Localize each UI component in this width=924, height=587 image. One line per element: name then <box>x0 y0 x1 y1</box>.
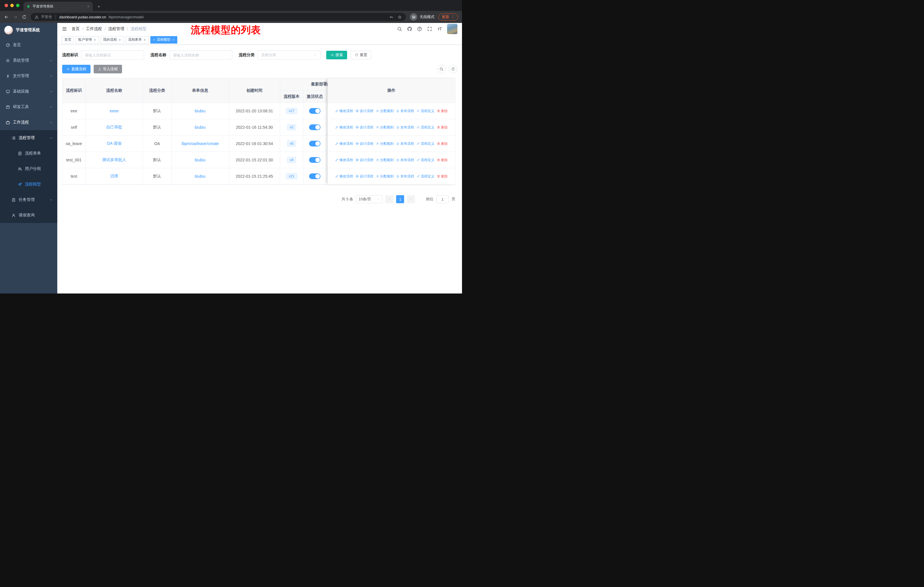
sidebar-item-payment-management[interactable]: 支付管理 <box>0 68 57 84</box>
breadcrumb-process-management[interactable]: 流程管理 <box>108 26 124 31</box>
browser-tab[interactable]: 芋道管理系统 <box>23 2 93 11</box>
process-definition-link[interactable]: 流程定义 <box>416 158 434 162</box>
refresh-table-button[interactable] <box>449 65 457 73</box>
process-name-link[interactable]: eeee <box>110 109 119 113</box>
publish-process-link[interactable]: 发布流程 <box>396 141 414 146</box>
fullscreen-icon[interactable] <box>427 26 432 31</box>
process-name-link[interactable]: 滔博 <box>110 174 118 179</box>
design-process-link[interactable]: 设计流程 <box>355 158 373 162</box>
hamburger-icon[interactable] <box>62 26 67 31</box>
delete-link[interactable]: 删除 <box>437 125 448 130</box>
form-info-link[interactable]: /bpm/oa/leave/create <box>181 141 219 146</box>
publish-process-link[interactable]: 发布流程 <box>396 158 414 162</box>
active-toggle[interactable] <box>309 124 320 130</box>
process-definition-link[interactable]: 流程定义 <box>416 125 434 130</box>
sidebar-item-user-group[interactable]: 用户分组 <box>0 161 57 177</box>
bookmark-star-icon[interactable] <box>398 15 402 19</box>
new-tab-button[interactable] <box>97 5 101 8</box>
reload-button[interactable] <box>22 15 26 20</box>
user-avatar[interactable] <box>447 24 457 34</box>
tag-process-model[interactable]: 流程模型 <box>150 36 177 43</box>
sidebar-item-system-management[interactable]: 系统管理 <box>0 53 57 68</box>
publish-process-link[interactable]: 发布流程 <box>396 109 414 114</box>
version-badge[interactable]: v4 <box>287 157 297 163</box>
delete-link[interactable]: 删除 <box>437 174 448 179</box>
modify-process-link[interactable]: 修改流程 <box>335 158 353 162</box>
password-key-icon[interactable] <box>389 15 394 19</box>
process-name-link[interactable]: 测试多审批人 <box>102 157 126 162</box>
sidebar-item-leave-query[interactable]: 请假查询 <box>0 208 57 223</box>
tag-my-process[interactable]: 我的流程 <box>101 36 124 43</box>
breadcrumb-workflow[interactable]: 工作流程 <box>86 26 102 31</box>
sidebar-item-process-model[interactable]: 流程模型 <box>0 177 57 192</box>
help-icon[interactable] <box>417 26 422 31</box>
page-1-button[interactable]: 1 <box>396 195 404 203</box>
breadcrumb-home[interactable]: 首页 <box>72 26 80 31</box>
form-info-link[interactable]: biubiu <box>195 158 205 162</box>
sidebar-logo[interactable]: 芋道管理系统 <box>0 23 57 37</box>
assign-rule-link[interactable]: 分配规则 <box>376 174 394 179</box>
modify-process-link[interactable]: 修改流程 <box>335 125 353 130</box>
forward-button[interactable] <box>13 15 18 20</box>
active-toggle[interactable] <box>309 141 320 147</box>
active-toggle[interactable] <box>309 174 320 179</box>
tag-process-form[interactable]: 流程表单 <box>125 36 148 43</box>
close-icon[interactable] <box>118 38 121 41</box>
sidebar-item-process-form[interactable]: 流程表单 <box>0 146 57 161</box>
form-info-link[interactable]: biubiu <box>195 125 205 129</box>
assign-rule-link[interactable]: 分配规则 <box>376 158 394 162</box>
back-button[interactable] <box>4 15 9 20</box>
sidebar-item-process-management[interactable]: 流程管理 <box>0 130 57 146</box>
create-process-button[interactable]: 新建流程 <box>62 65 91 73</box>
process-definition-link[interactable]: 流程定义 <box>416 141 434 146</box>
version-badge[interactable]: v5 <box>287 141 297 147</box>
sidebar-item-home[interactable]: 首页 <box>0 37 57 53</box>
design-process-link[interactable]: 设计流程 <box>355 125 373 130</box>
close-icon[interactable] <box>93 38 96 41</box>
process-definition-link[interactable]: 流程定义 <box>416 109 434 114</box>
modify-process-link[interactable]: 修改流程 <box>335 141 353 146</box>
search-icon[interactable] <box>397 26 402 31</box>
version-badge[interactable]: v21 <box>286 173 297 179</box>
process-name-link[interactable]: 自己审批 <box>106 125 122 130</box>
minimize-window-button[interactable] <box>10 4 14 7</box>
close-icon[interactable] <box>143 38 146 41</box>
modify-process-link[interactable]: 修改流程 <box>335 109 353 114</box>
design-process-link[interactable]: 设计流程 <box>355 174 373 179</box>
maximize-window-button[interactable] <box>16 4 20 7</box>
goto-page-input[interactable] <box>436 195 449 203</box>
category-select[interactable]: 流程分类 <box>257 50 320 60</box>
active-toggle[interactable] <box>309 108 320 114</box>
assign-rule-link[interactable]: 分配规则 <box>376 125 394 130</box>
tag-tenant-management[interactable]: 租户管理 <box>76 36 99 43</box>
delete-link[interactable]: 删除 <box>437 109 448 114</box>
reset-button[interactable]: 重置 <box>351 51 371 60</box>
close-tab-icon[interactable] <box>87 5 90 8</box>
sidebar-item-workflow[interactable]: 工作流程 <box>0 115 57 130</box>
modify-process-link[interactable]: 修改流程 <box>335 174 353 179</box>
close-window-button[interactable] <box>5 4 8 7</box>
close-icon[interactable] <box>172 38 175 41</box>
delete-link[interactable]: 删除 <box>437 158 448 162</box>
tag-home[interactable]: 首页 <box>62 36 74 43</box>
prev-page-button[interactable] <box>385 195 393 203</box>
version-badge[interactable]: v17 <box>286 108 297 114</box>
font-size-icon[interactable] <box>437 26 442 31</box>
process-id-input[interactable] <box>81 50 144 60</box>
process-name-link[interactable]: OA 请假 <box>107 141 121 146</box>
import-process-button[interactable]: 导入流程 <box>94 65 122 73</box>
next-page-button[interactable] <box>407 195 415 203</box>
form-info-link[interactable]: biubiu <box>195 174 205 179</box>
assign-rule-link[interactable]: 分配规则 <box>376 109 394 114</box>
sidebar-item-task-management[interactable]: 任务管理 <box>0 192 57 208</box>
browser-menu-icon[interactable] <box>451 15 455 19</box>
address-bar[interactable]: 不安全 dashboard.yudao.iocoder.cn /bpm/mana… <box>31 13 406 21</box>
form-info-link[interactable]: biubiu <box>195 109 205 113</box>
sidebar-item-dev-tools[interactable]: 研发工具 <box>0 99 57 115</box>
browser-update-button[interactable]: 更新 <box>439 13 458 21</box>
design-process-link[interactable]: 设计流程 <box>355 109 373 114</box>
sidebar-item-infrastructure[interactable]: 基础设施 <box>0 84 57 99</box>
version-badge[interactable]: v2 <box>287 124 297 131</box>
assign-rule-link[interactable]: 分配规则 <box>376 141 394 146</box>
publish-process-link[interactable]: 发布流程 <box>396 174 414 179</box>
